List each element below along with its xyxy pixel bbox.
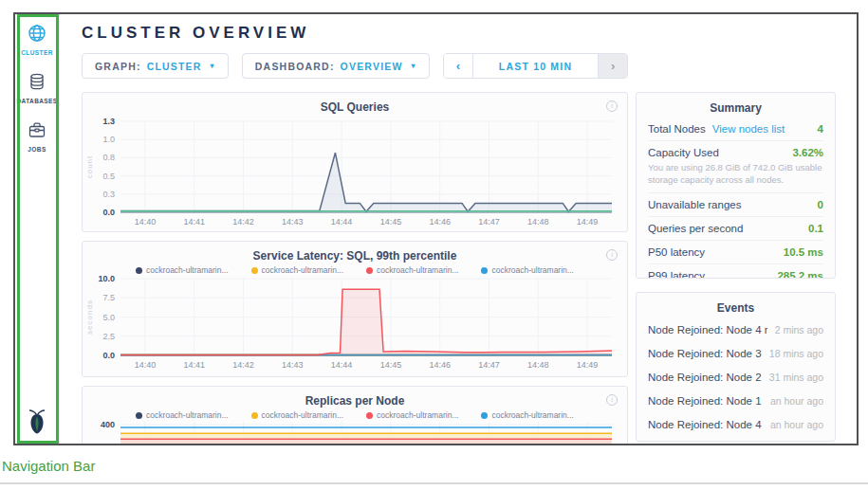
briefcase-icon [28,126,46,142]
chevron-down-icon: ▾ [412,62,416,70]
sidebar-item-label: CLUSTER [21,49,53,56]
svg-text:0.0: 0.0 [102,208,115,217]
svg-text:14:43: 14:43 [282,217,304,227]
summary-value: 0 [818,199,823,210]
graph-dropdown[interactable]: GRAPH: CLUSTER ▾ [82,53,229,79]
dashboard-dropdown-value: OVERVIEW [341,61,403,72]
chart-title: SQL Queries [83,93,627,114]
svg-text:14:42: 14:42 [232,360,254,370]
app-window: CLUSTER DATABASES [13,12,859,445]
main-content: CLUSTER OVERVIEW GRAPH: CLUSTER ▾ DASHBO… [61,14,857,444]
svg-text:0.0: 0.0 [102,351,115,360]
summary-label: P50 latency [648,246,705,258]
legend-item: cockroach-ultramarin... [366,265,458,275]
summary-row-p50-latency: P50 latency 10.5 ms [648,241,823,264]
sidebar: CLUSTER DATABASES [15,14,60,444]
summary-value: 0.1 [808,223,823,234]
sql-queries-chart: 14:4014:4114:4214:4314:4414:4514:4614:47… [83,114,625,229]
service-latency-chart-panel: Service Latency: SQL, 99th percentile i … [82,241,628,377]
svg-text:14:45: 14:45 [380,360,402,370]
legend-dot [136,412,142,419]
svg-text:14:49: 14:49 [577,217,599,227]
svg-text:count: count [85,155,94,179]
svg-text:14:40: 14:40 [135,360,157,370]
legend-item: cockroach-ultramarin... [481,265,573,275]
event-time: 2 mins ago [767,324,823,336]
summary-value: 4 [818,123,823,135]
chart-legend: cockroach-ultramarin... cockroach-ultram… [83,410,627,420]
summary-label: Total Nodes [648,123,706,135]
navigation-bar-annotation: Navigation Bar [2,458,95,474]
summary-value: 285.2 ms [777,270,823,279]
page-title: CLUSTER OVERVIEW [82,24,857,43]
legend-item: cockroach-ultramarin... [136,265,228,275]
cockroachdb-logo[interactable] [26,409,48,438]
svg-text:14:42: 14:42 [232,217,254,227]
svg-text:14:49: 14:49 [577,360,599,370]
summary-panel: Summary Total Nodes View nodes list 4 Ca… [636,92,836,279]
databases-icon [28,78,46,94]
svg-text:14:44: 14:44 [331,360,353,370]
event-time: an hour ago [763,395,823,407]
time-window-selector: ‹ LAST 10 MIN › [443,53,628,79]
view-nodes-list-link[interactable]: View nodes list [712,123,785,135]
event-row: Node Rejoined: Node 4 rej... an hour ago [648,412,823,436]
svg-text:0.8: 0.8 [102,153,115,162]
legend-item: cockroach-ultramarin... [481,410,573,420]
time-window-label[interactable]: LAST 10 MIN [472,54,599,78]
controls-row: GRAPH: CLUSTER ▾ DASHBOARD: OVERVIEW ▾ ‹… [82,53,857,79]
svg-text:0.5: 0.5 [102,172,115,181]
events-panel: Events Node Rejoined: Node 4 rej... 2 mi… [636,292,836,442]
svg-text:5.0: 5.0 [102,313,115,322]
legend-item: cockroach-ultramarin... [366,410,458,420]
dashboard-dropdown-label: DASHBOARD: [255,61,335,72]
summary-row-queries-per-second: Queries per second 0.1 [648,217,823,241]
chart-title: Replicas per Node [83,387,627,408]
svg-text:14:41: 14:41 [183,360,205,370]
sql-queries-chart-panel: SQL Queries i 14:4014:4114:4214:4314:441… [82,92,628,232]
svg-text:14:46: 14:46 [429,360,451,370]
summary-label: Queries per second [648,223,743,234]
summary-row-total-nodes: Total Nodes View nodes list 4 [648,118,823,141]
sidebar-item-label: JOBS [28,146,46,153]
events-title: Events [648,293,823,318]
svg-text:1.3: 1.3 [102,117,115,126]
summary-row-p99-latency: P99 latency 285.2 ms [648,264,823,279]
svg-text:14:47: 14:47 [478,217,500,227]
globe-icon [28,29,46,45]
info-icon[interactable]: i [606,394,618,406]
legend-dot [251,412,258,419]
info-icon[interactable]: i [606,100,618,112]
sidebar-item-cluster[interactable]: CLUSTER [21,24,53,56]
svg-text:14:48: 14:48 [527,217,549,227]
legend-dot [366,267,373,274]
svg-text:14:41: 14:41 [183,217,205,227]
graph-dropdown-label: GRAPH: [95,61,141,72]
svg-text:14:45: 14:45 [380,217,402,227]
svg-text:0.3: 0.3 [102,190,115,199]
info-icon[interactable]: i [606,249,618,261]
time-window-prev-button[interactable]: ‹ [444,54,472,78]
event-row: Node Rejoined: Node 1 rej... an hour ago [648,389,823,412]
sidebar-item-databases[interactable]: DATABASES [16,72,57,104]
summary-label: P99 latency [648,270,705,279]
dashboard-dropdown[interactable]: DASHBOARD: OVERVIEW ▾ [242,53,430,79]
summary-row-unavailable-ranges: Unavailable ranges 0 [648,193,823,217]
svg-text:7.5: 7.5 [102,293,115,302]
event-message: Node Rejoined: Node 2 rej... [648,372,762,383]
summary-title: Summary [648,93,823,118]
time-window-next-button[interactable]: › [599,54,627,78]
svg-text:14:46: 14:46 [429,217,451,227]
sidebar-item-jobs[interactable]: JOBS [28,120,46,153]
event-row: Node Rejoined: Node 2 rej... 31 mins ago [648,365,823,389]
legend-dot [366,412,373,419]
service-latency-chart: 14:4014:4114:4214:4314:4414:4514:4614:47… [83,275,625,372]
replicas-per-node-chart: 14:4014:4114:4214:4314:4414:4514:4614:47… [83,420,625,445]
svg-text:14:47: 14:47 [478,360,500,370]
legend-dot [481,412,488,419]
event-time: 31 mins ago [762,372,823,383]
event-row: Node Rejoined: Node 4 rej... 2 mins ago [648,318,823,341]
summary-label: Capacity Used [648,147,719,158]
sidebar-item-label: DATABASES [16,98,57,104]
event-time: an hour ago [763,419,823,430]
